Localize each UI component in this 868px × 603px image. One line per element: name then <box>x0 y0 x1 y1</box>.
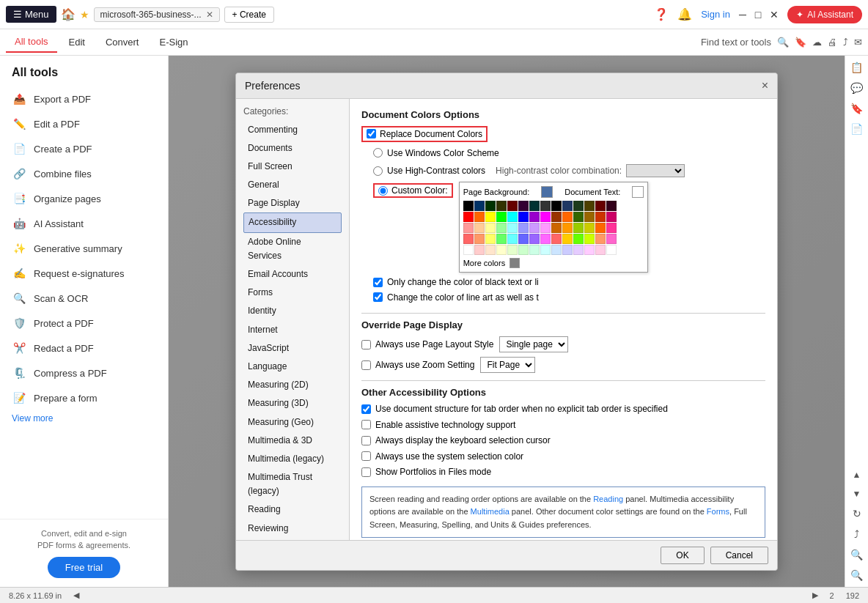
color-cell[interactable] <box>551 223 562 233</box>
high-contrast-radio[interactable] <box>373 166 383 176</box>
color-cell[interactable] <box>584 223 595 233</box>
color-cell[interactable] <box>595 234 606 244</box>
right-icon-3[interactable]: 🔖 <box>850 103 863 114</box>
color-cell[interactable] <box>606 201 617 211</box>
sidebar-item-redact[interactable]: ✂️ Redact a PDF <box>0 336 168 360</box>
right-icon-1[interactable]: 📋 <box>850 62 863 73</box>
category-language[interactable]: Language <box>243 358 342 376</box>
color-cell[interactable] <box>518 234 529 244</box>
color-cell[interactable] <box>463 201 474 211</box>
high-contrast-select[interactable] <box>626 164 685 177</box>
custom-color-label[interactable]: Custom Color: <box>373 183 453 198</box>
scroll-right-indicator[interactable]: ▶ <box>812 591 818 600</box>
sidebar-item-combine[interactable]: 🔗 Combine files <box>0 161 168 186</box>
category-accessibility[interactable]: Accessibility <box>243 212 342 232</box>
only-black-label[interactable]: Only change the color of black text or l… <box>373 277 539 287</box>
color-cell[interactable] <box>518 212 529 222</box>
color-cell[interactable] <box>529 201 540 211</box>
only-black-checkbox[interactable] <box>373 278 383 287</box>
color-cell[interactable] <box>474 245 485 255</box>
category-email[interactable]: Email Accounts <box>243 265 342 284</box>
color-cell[interactable] <box>485 201 496 211</box>
close-window-button[interactable]: ✕ <box>770 9 779 21</box>
category-javascript[interactable]: JavaScript <box>243 339 342 358</box>
color-cell[interactable] <box>485 223 496 233</box>
dialog-close-button[interactable]: × <box>762 79 768 92</box>
category-measuring-geo[interactable]: Measuring (Geo) <box>243 413 342 432</box>
windows-scheme-radio[interactable] <box>373 148 383 158</box>
scroll-indicator[interactable]: ◀ <box>73 591 79 600</box>
option-assistive-label[interactable]: Enable assistive technology support <box>361 420 515 430</box>
page-layout-label[interactable]: Always use Page Layout Style <box>361 339 493 349</box>
color-cell[interactable] <box>573 234 584 244</box>
multimedia-link[interactable]: Multimedia <box>471 507 510 516</box>
color-cell[interactable] <box>562 223 573 233</box>
color-cell[interactable] <box>507 201 518 211</box>
color-cell[interactable] <box>518 201 529 211</box>
print-icon[interactable]: 🖨 <box>828 37 837 48</box>
menu-button[interactable]: ☰ Menu <box>6 6 56 23</box>
color-cell[interactable] <box>606 234 617 244</box>
category-general[interactable]: General <box>243 176 342 194</box>
color-cell[interactable] <box>584 234 595 244</box>
category-multimedia-trust[interactable]: Multimedia Trust (legacy) <box>243 468 342 500</box>
color-cell[interactable] <box>584 212 595 222</box>
sign-in-link[interactable]: Sign in <box>701 9 730 20</box>
category-fullscreen[interactable]: Full Screen <box>243 158 342 176</box>
color-cell[interactable] <box>540 245 551 255</box>
color-cell[interactable] <box>540 223 551 233</box>
replace-colors-label[interactable]: Replace Document Colors <box>361 126 488 142</box>
color-cell[interactable] <box>496 223 507 233</box>
option-keyboard-checkbox[interactable] <box>361 436 371 445</box>
color-cell[interactable] <box>518 223 529 233</box>
color-cell[interactable] <box>551 234 562 244</box>
category-identity[interactable]: Identity <box>243 302 342 320</box>
page-bg-swatch[interactable] <box>541 186 553 198</box>
doc-text-swatch[interactable] <box>632 186 644 198</box>
category-documents[interactable]: Documents <box>243 139 342 158</box>
scroll-down-icon[interactable]: ▼ <box>853 489 861 499</box>
color-cell[interactable] <box>595 201 606 211</box>
ai-assistant-button[interactable]: ✦ AI Assistant <box>787 6 862 23</box>
sidebar-item-create[interactable]: 📄 Create a PDF <box>0 136 168 161</box>
color-cell[interactable] <box>507 223 518 233</box>
color-cell[interactable] <box>463 245 474 255</box>
windows-scheme-label[interactable]: Use Windows Color Scheme <box>373 148 499 158</box>
option-portfolios-label[interactable]: Show Portfolios in Files mode <box>361 467 491 477</box>
cancel-button[interactable]: Cancel <box>710 547 768 564</box>
color-cell[interactable] <box>573 245 584 255</box>
zoom-select[interactable]: Fit Page <box>480 357 535 373</box>
sidebar-item-scan[interactable]: 🔍 Scan & OCR <box>0 286 168 311</box>
color-cell[interactable] <box>540 234 551 244</box>
option-assistive-checkbox[interactable] <box>361 420 371 429</box>
color-cell[interactable] <box>463 234 474 244</box>
sidebar-item-compress[interactable]: 🗜️ Compress a PDF <box>0 360 168 385</box>
color-cell[interactable] <box>507 245 518 255</box>
notification-icon[interactable]: 🔔 <box>677 7 692 21</box>
color-cell[interactable] <box>507 212 518 222</box>
color-cell[interactable] <box>540 201 551 211</box>
sidebar-item-esign[interactable]: ✍️ Request e-signatures <box>0 261 168 286</box>
tab-close-icon[interactable]: ✕ <box>206 10 213 20</box>
color-cell[interactable] <box>485 234 496 244</box>
free-trial-button[interactable]: Free trial <box>48 557 120 578</box>
sidebar-item-organize[interactable]: 📑 Organize pages <box>0 186 168 211</box>
category-measuring-2d[interactable]: Measuring (2D) <box>243 376 342 394</box>
color-cell[interactable] <box>595 245 606 255</box>
color-cell[interactable] <box>496 201 507 211</box>
sidebar-item-generative[interactable]: ✨ Generative summary <box>0 236 168 261</box>
category-reading[interactable]: Reading <box>243 500 342 519</box>
zoom-in-icon[interactable]: 🔍 <box>850 549 863 561</box>
tab-edit[interactable]: Edit <box>60 32 94 52</box>
refresh-icon[interactable]: ↻ <box>853 508 861 519</box>
color-cell[interactable] <box>551 201 562 211</box>
change-line-art-checkbox[interactable] <box>373 292 383 302</box>
category-internet[interactable]: Internet <box>243 321 342 339</box>
color-cell[interactable] <box>606 245 617 255</box>
color-cell[interactable] <box>529 223 540 233</box>
color-cell[interactable] <box>463 212 474 222</box>
sidebar-item-edit[interactable]: ✏️ Edit a PDF <box>0 111 168 136</box>
option-system-color-checkbox[interactable] <box>361 451 371 461</box>
help-icon[interactable]: ❓ <box>654 7 669 21</box>
color-cell[interactable] <box>573 201 584 211</box>
